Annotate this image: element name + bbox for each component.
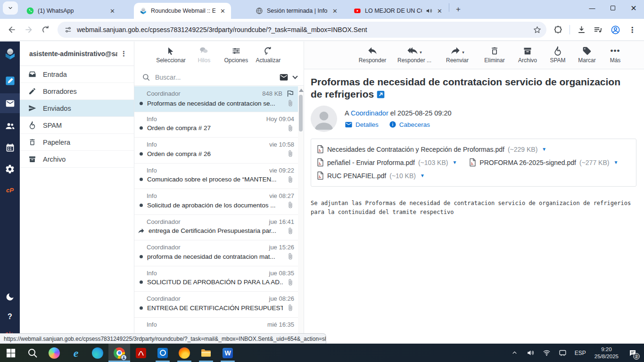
tab-close-icon[interactable]: ✕ [109,8,116,15]
media-controls-button[interactable] [591,23,605,37]
search-scope-mail-icon[interactable] [279,73,289,82]
extensions-button[interactable] [551,23,565,37]
tab-youtube[interactable]: LO MEJOR DE UN CORAZÓ ✕ [348,3,448,19]
reload-button[interactable] [39,23,53,37]
more-button[interactable]: ••• Más [606,45,625,64]
file-explorer-button[interactable] [195,344,217,362]
message-list-item[interactable]: Coordinadorjue 08:26 ENTREGA DE CERTIFIC… [134,292,298,318]
message-list-item[interactable]: Coordinadorjue 15:26 proforma de necesid… [134,240,298,266]
address-bar[interactable]: webmail.sanjuan.gob.ec/cpsess7831249225/… [58,22,546,38]
tab-whatsapp[interactable]: (1) WhatsApp ✕ [21,3,121,19]
taskbar-search-button[interactable] [22,344,43,362]
browser-menu-button[interactable]: ⋮ [625,23,639,37]
search-bar[interactable]: Buscar... [134,69,304,86]
forward-button[interactable] [22,23,36,37]
site-settings-icon[interactable] [64,26,72,34]
message-list-item[interactable]: Infovie 08:27 Solicitud de aprobación de… [134,189,298,215]
select-button[interactable]: Seleccionar [156,45,186,64]
attachment-menu-caret-icon[interactable]: ▼ [613,160,618,165]
refresh-button[interactable]: Actualizar [255,45,282,64]
folder-sent[interactable]: Enviados [20,100,134,117]
headers-toggle[interactable]: Cabeceras [389,121,430,129]
dark-mode-button[interactable] [0,287,20,307]
message-list-item[interactable]: Infovie 09:22 Comunicado sobre el proces… [134,164,298,189]
tab-roundcube[interactable]: Roundcube Webmail :: Enviados ✕ [134,3,231,19]
list-scrollbar[interactable] [298,86,304,344]
restore-button[interactable] [603,0,623,16]
spam-button[interactable]: SPAM [547,45,568,64]
language-indicator[interactable]: ESP [572,350,589,356]
minimize-button[interactable]: — [582,0,603,16]
reply-button[interactable]: Responder [357,45,388,64]
tab-session[interactable]: Sesión terminada | Informes Me ✕ [250,3,343,19]
message-list-item[interactable]: Coordinador 848 KB Proformas de necesida… [134,86,298,112]
attachment-item[interactable]: Necesidades de Contratación y Recepción … [317,145,546,153]
url-text[interactable]: webmail.sanjuan.gob.ec/cpsess7831249225/… [77,26,528,33]
action-center-button[interactable]: 2 [624,344,641,362]
folder-spam[interactable]: SPAM [20,117,134,134]
folder-drafts[interactable]: Borradores [20,83,134,100]
bookmark-star-icon[interactable] [533,25,542,34]
rail-mail-button[interactable] [0,93,20,113]
rail-cpanel-button[interactable]: cP [0,180,20,200]
attachment-item[interactable]: PROFORMA 26-2025-signed.pdf (~277 KB) ▼ [469,158,618,166]
attachment-menu-caret-icon[interactable]: ▼ [542,147,546,152]
archive-button[interactable]: Archivo [515,45,540,64]
downloads-button[interactable] [574,23,588,37]
folder-inbox[interactable]: Entrada [20,66,134,83]
folder-archive[interactable]: Archivo [20,151,134,168]
copilot-button[interactable] [43,344,65,362]
message-list-item[interactable]: InfoHoy 09:04 Orden de compra # 27 [134,112,298,138]
attachment-item[interactable]: peñafiel - Enviar Proforma.pdf (~103 KB)… [317,158,457,166]
new-tab-button[interactable]: + [452,3,464,16]
threads-button[interactable]: Hilos [190,45,218,64]
message-list-item[interactable]: Coordinadorjue 16:41 entrega de Certific… [134,215,298,241]
forward-button-mail[interactable]: ▾ Reenviar [441,45,474,64]
attachment-item[interactable]: RUC PENAFIEL.pdf (~10 KB) ▼ [317,172,425,180]
firefox-button[interactable] [173,344,195,362]
folder-trash[interactable]: Papelera [20,134,134,151]
tab-close-icon[interactable]: ✕ [219,8,226,15]
message-list-item[interactable]: Infovie 10:58 Orden de compra # 26 [134,138,298,164]
rail-contacts-button[interactable] [0,116,20,136]
tab-search-button[interactable] [3,1,18,15]
details-toggle[interactable]: Detalles [345,121,379,129]
internet-explorer-button[interactable]: e [65,344,87,362]
rail-calendar-button[interactable] [0,138,20,157]
start-button[interactable] [0,344,22,362]
attachment-menu-caret-icon[interactable]: ▼ [452,160,457,165]
scrollbar-thumb[interactable] [299,95,303,132]
forward-caret-icon[interactable]: ▾ [462,50,464,55]
scroll-up-arrow[interactable] [299,89,304,92]
rail-settings-button[interactable] [0,159,20,179]
word-button[interactable]: W [217,344,239,362]
roundcube-logo[interactable] [0,41,20,65]
tray-expand-button[interactable] [508,344,522,362]
profile-button[interactable] [608,23,622,37]
help-button[interactable]: ? [0,307,20,327]
wifi-button[interactable] [540,344,554,362]
search-options-chevron-icon[interactable] [292,74,297,79]
close-button[interactable]: ✕ [623,0,644,16]
delete-button[interactable]: Eliminar [481,45,508,64]
connect-display-button[interactable] [556,344,570,362]
compose-button[interactable] [0,71,20,90]
tab-close-icon[interactable]: ✕ [331,8,339,15]
back-button[interactable] [5,23,19,37]
attachment-menu-caret-icon[interactable]: ▼ [420,173,425,178]
folder-menu-icon[interactable]: ⋮ [117,49,130,58]
outlook-button[interactable] [152,344,173,362]
edge-button[interactable] [87,344,108,362]
options-button[interactable]: Opciones [223,45,250,64]
open-in-new-window-icon[interactable] [377,90,385,99]
acrobat-button[interactable] [130,344,152,362]
flag-icon[interactable] [286,90,294,98]
reply-all-button[interactable]: ▾ Responder ... [396,45,433,64]
recipient-link[interactable]: Coordinador [351,109,388,117]
mark-button[interactable]: Marcar [576,45,598,64]
volume-button[interactable] [524,344,538,362]
tab-close-icon[interactable]: ✕ [436,8,443,15]
taskbar-clock[interactable]: 9:20 25/8/2025 [591,346,622,360]
message-list-item[interactable]: Infojue 08:35 SOLICITUD DE APROBACIÓN D … [134,266,298,292]
reply-all-caret-icon[interactable]: ▾ [420,50,422,55]
